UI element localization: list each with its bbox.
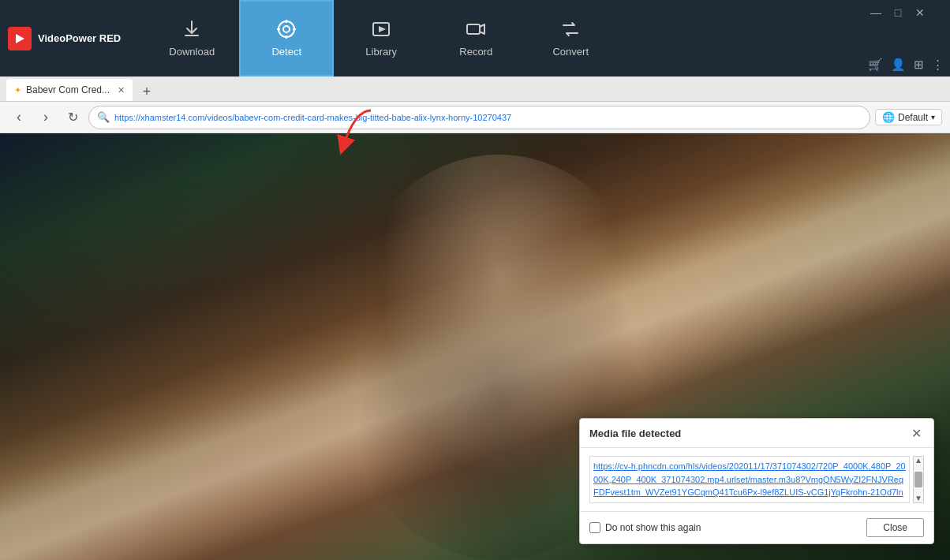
nav-tabs: Download Detect — [144, 0, 862, 77]
cart-icon[interactable]: 🛒 — [868, 58, 883, 72]
maximize-button[interactable]: □ — [890, 5, 906, 21]
close-popup-button[interactable]: Close — [866, 518, 924, 537]
tab-close-button[interactable]: ✕ — [118, 85, 125, 95]
search-icon-url: 🔍 — [97, 111, 110, 123]
forward-button[interactable]: › — [35, 106, 57, 129]
tab-title: Babevr Com Cred... — [26, 84, 110, 95]
svg-marker-10 — [480, 24, 484, 34]
detect-popup-close-button[interactable]: ✕ — [908, 425, 924, 441]
new-tab-button[interactable]: + — [137, 82, 156, 101]
dont-show-text: Do not show this again — [605, 522, 701, 533]
detect-popup-header: Media file detected ✕ — [580, 419, 933, 448]
scrollbar[interactable]: ▲ ▼ — [913, 456, 924, 503]
globe-icon: 🌐 — [882, 111, 895, 123]
reload-button[interactable]: ↻ — [62, 106, 84, 129]
detect-icon — [276, 19, 297, 43]
tab-detect[interactable]: Detect — [239, 0, 334, 77]
dont-show-label[interactable]: Do not show this again — [589, 522, 701, 533]
tab-download[interactable]: Download — [144, 0, 239, 77]
tab-library-label: Library — [365, 46, 397, 58]
tab-library[interactable]: Library — [334, 0, 428, 77]
tab-convert-label: Convert — [552, 46, 589, 58]
tab-record[interactable]: Record — [428, 0, 523, 77]
detect-popup: Media file detected ✕ https://cv-h.phncd… — [579, 418, 934, 544]
user-icon[interactable]: 👤 — [891, 58, 906, 72]
more-icon[interactable]: ⋮ — [932, 58, 944, 72]
url-bar-container: 🔍 — [88, 106, 870, 129]
app-title: VideoPower RED — [38, 32, 121, 44]
tab-convert[interactable]: Convert — [523, 0, 618, 77]
detect-popup-footer: Do not show this again Close — [580, 511, 933, 543]
app-logo-area: VideoPower RED — [0, 27, 121, 50]
svg-point-1 — [279, 21, 294, 37]
default-label: Default — [898, 112, 928, 123]
back-button[interactable]: ‹ — [8, 106, 30, 129]
app-logo — [8, 27, 32, 50]
detect-popup-body: https://cv-h.phncdn.com/hls/videos/20201… — [580, 448, 933, 511]
minimize-button[interactable]: — — [868, 5, 884, 21]
library-icon — [371, 19, 391, 43]
tab-download-label: Download — [169, 46, 215, 58]
url-input[interactable] — [114, 113, 862, 122]
svg-marker-8 — [379, 26, 386, 32]
close-window-button[interactable]: ✕ — [912, 5, 928, 21]
default-selector[interactable]: 🌐 Default ▾ — [875, 109, 942, 125]
tab-record-label: Record — [459, 46, 492, 58]
svg-marker-0 — [16, 34, 24, 43]
grid-icon[interactable]: ⊞ — [914, 58, 924, 72]
detect-url-link[interactable]: https://cv-h.phncdn.com/hls/videos/20201… — [593, 460, 906, 503]
download-icon — [181, 19, 202, 43]
dropdown-arrow-icon: ▾ — [931, 113, 935, 121]
svg-rect-9 — [467, 24, 480, 34]
scroll-down-arrow[interactable]: ▼ — [914, 495, 922, 502]
svg-point-2 — [283, 26, 290, 32]
tab-detect-label: Detect — [271, 46, 301, 58]
convert-icon — [560, 19, 581, 43]
tab-favicon: ✦ — [14, 85, 21, 95]
scroll-up-arrow[interactable]: ▲ — [914, 457, 922, 465]
detect-popup-title: Media file detected — [589, 427, 681, 439]
browser-tab[interactable]: ✦ Babevr Com Cred... ✕ — [6, 79, 133, 101]
record-icon — [466, 19, 486, 43]
main-content: Media file detected ✕ https://cv-h.phncd… — [0, 133, 950, 560]
dont-show-checkbox[interactable] — [589, 522, 600, 533]
